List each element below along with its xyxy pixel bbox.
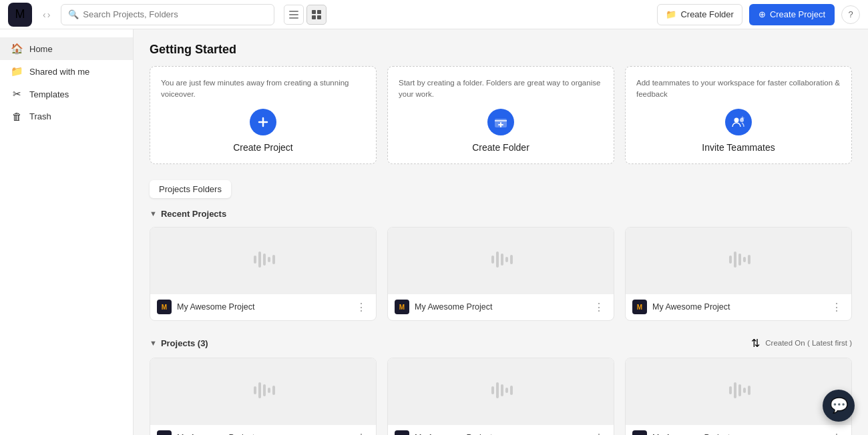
create-project-card-icon (250, 109, 276, 135)
all-project-footer-2: M My Awesome Project ⋮ (626, 425, 851, 436)
trash-icon: 🗑 (11, 111, 23, 122)
tab-projects-folders[interactable]: Projects Folders (150, 180, 231, 198)
project-logo-2: M (632, 300, 647, 314)
getting-started-section: Getting Started You are just few minutes… (150, 43, 852, 164)
all-project-thumb-0 (150, 358, 376, 425)
all-project-footer-0: M My Awesome Project ⋮ (150, 425, 376, 436)
svg-rect-30 (743, 257, 746, 262)
create-project-card[interactable]: You are just few minutes away from creat… (150, 66, 377, 164)
project-menu-1[interactable]: ⋮ (591, 300, 607, 315)
all-project-card-2[interactable]: M My Awesome Project ⋮ (625, 358, 852, 436)
svg-rect-45 (743, 388, 746, 393)
recent-projects-title: Recent Projects (161, 209, 226, 219)
sidebar-item-templates-label: Templates (29, 89, 69, 99)
all-project-thumb-1 (388, 358, 614, 425)
nav-back-icon[interactable]: ‹ (43, 9, 46, 20)
svg-rect-23 (496, 252, 499, 268)
project-name-2: My Awesome Project (652, 302, 823, 312)
svg-rect-6 (317, 15, 321, 19)
svg-rect-43 (734, 382, 736, 398)
svg-point-14 (740, 118, 744, 122)
sidebar-item-home[interactable]: 🏠 Home (0, 37, 133, 60)
svg-rect-35 (268, 388, 270, 393)
svg-rect-40 (505, 388, 508, 393)
recent-project-card-1[interactable]: M My Awesome Project ⋮ (387, 227, 614, 321)
project-thumb-2 (626, 228, 851, 294)
list-view-button[interactable] (284, 5, 304, 25)
chat-icon: 💬 (830, 397, 848, 414)
svg-rect-29 (738, 254, 741, 266)
recent-projects-header[interactable]: ▼ Recent Projects (150, 209, 852, 219)
create-folder-card-label: Create Folder (472, 142, 529, 153)
waveform-icon-1 (485, 244, 517, 278)
recent-projects-grid: M My Awesome Project ⋮ (150, 227, 852, 321)
shared-icon: 📁 (11, 65, 23, 77)
help-button[interactable]: ? (841, 5, 860, 24)
svg-rect-37 (491, 386, 494, 394)
sort-icon: ⇅ (751, 337, 760, 350)
plus-circle-icon: ⊕ (758, 9, 766, 19)
sidebar-item-trash-label: Trash (29, 111, 51, 121)
main-content: Getting Started You are just few minutes… (134, 29, 868, 435)
all-project-thumb-2 (626, 358, 851, 425)
all-project-menu-2[interactable]: ⋮ (829, 430, 845, 436)
nav-forward-icon[interactable]: › (47, 9, 51, 20)
svg-rect-4 (317, 10, 321, 14)
project-footer-0: M My Awesome Project ⋮ (150, 294, 376, 320)
sidebar-item-templates[interactable]: ✂ Templates (0, 83, 133, 105)
grid-view-button[interactable] (306, 5, 327, 25)
all-project-logo-1: M (395, 430, 409, 435)
sidebar: 🏠 Home 📁 Shared with me ✂ Templates 🗑 Tr… (0, 29, 134, 435)
sort-label[interactable]: Created On ( Latest first ) (765, 339, 852, 347)
folder-icon: 📁 (666, 9, 676, 19)
svg-rect-19 (263, 254, 266, 266)
invite-teammates-card-desc: Add teammates to your workspace for fast… (636, 77, 841, 101)
sidebar-item-shared[interactable]: 📁 Shared with me (0, 60, 133, 83)
recent-projects-collapse-icon: ▼ (150, 209, 157, 218)
project-logo-1: M (395, 300, 409, 314)
create-folder-button[interactable]: 📁 Create Folder (657, 4, 742, 25)
create-project-label: Create Project (770, 9, 825, 19)
svg-rect-20 (268, 257, 270, 262)
invite-teammates-card-icon (725, 109, 752, 135)
sidebar-item-home-label: Home (29, 44, 53, 54)
project-footer-2: M My Awesome Project ⋮ (626, 294, 851, 320)
svg-rect-24 (501, 254, 503, 266)
svg-rect-26 (510, 255, 513, 264)
create-project-button[interactable]: ⊕ Create Project (749, 4, 835, 25)
all-waveform-icon-1 (485, 374, 517, 409)
create-project-card-desc: You are just few minutes away from creat… (161, 77, 365, 101)
project-name-0: My Awesome Project (177, 302, 348, 312)
svg-rect-22 (491, 256, 494, 264)
project-name-1: My Awesome Project (415, 302, 586, 312)
invite-teammates-card[interactable]: Add teammates to your workspace for fast… (625, 66, 852, 164)
all-project-card-1[interactable]: M My Awesome Project ⋮ (387, 358, 614, 436)
all-project-footer-1: M My Awesome Project ⋮ (388, 425, 614, 436)
chat-bubble-button[interactable]: 💬 (823, 390, 855, 422)
project-menu-2[interactable]: ⋮ (829, 300, 845, 315)
home-icon: 🏠 (11, 43, 23, 55)
all-projects-header[interactable]: ▼ Projects (3) ⇅ Created On ( Latest fir… (150, 337, 852, 350)
sidebar-item-trash[interactable]: 🗑 Trash (0, 105, 133, 127)
all-project-menu-0[interactable]: ⋮ (353, 430, 369, 436)
svg-rect-33 (258, 382, 261, 398)
logo-button[interactable]: M (8, 3, 32, 27)
view-toggle (284, 5, 327, 25)
all-project-logo-2: M (632, 430, 647, 435)
all-project-menu-1[interactable]: ⋮ (591, 430, 607, 436)
create-folder-card[interactable]: Start by creating a folder. Folders are … (387, 66, 614, 164)
svg-rect-18 (258, 252, 261, 268)
sort-meta: ⇅ Created On ( Latest first ) (751, 337, 852, 350)
project-thumb-1 (388, 228, 614, 294)
nav-arrows: ‹ › (43, 9, 50, 20)
recent-project-card-2[interactable]: M My Awesome Project ⋮ (625, 227, 852, 321)
search-input[interactable] (83, 9, 267, 19)
svg-rect-28 (734, 252, 736, 268)
recent-project-card-0[interactable]: M My Awesome Project ⋮ (150, 227, 377, 321)
project-menu-0[interactable]: ⋮ (353, 300, 369, 315)
create-folder-label: Create Folder (680, 9, 733, 19)
search-icon: 🔍 (68, 9, 79, 19)
all-projects-section: ▼ Projects (3) ⇅ Created On ( Latest fir… (150, 337, 852, 436)
all-project-card-0[interactable]: M My Awesome Project ⋮ (150, 358, 377, 436)
project-footer-1: M My Awesome Project ⋮ (388, 294, 614, 320)
